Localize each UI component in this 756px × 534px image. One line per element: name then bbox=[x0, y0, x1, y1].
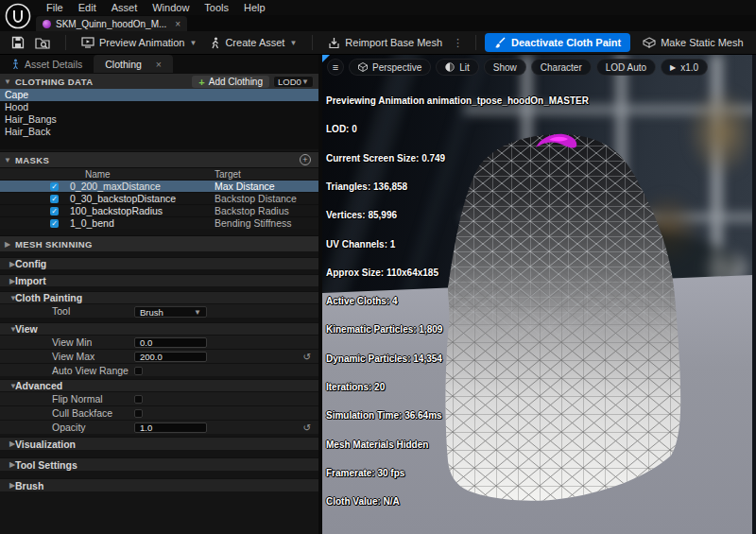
menu-file[interactable]: File bbox=[40, 1, 70, 14]
tab-clothing[interactable]: Clothing × bbox=[94, 55, 173, 73]
reset-to-default-icon[interactable]: ↺ bbox=[303, 421, 311, 435]
clothing-data-header[interactable]: ▼ CLOTHING DATA + Add Clothing LOD0 ▼ bbox=[0, 73, 318, 89]
plus-icon: + bbox=[198, 78, 204, 87]
menu-tools[interactable]: Tools bbox=[198, 1, 235, 14]
section-import[interactable]: ▶ Import bbox=[0, 274, 318, 286]
asset-details-icon bbox=[11, 59, 20, 69]
menu-window[interactable]: Window bbox=[146, 1, 196, 14]
asset-document-tab[interactable]: SKM_Quinn_hoodOn_M... × bbox=[36, 16, 187, 31]
view-max-input[interactable]: 200.0 bbox=[134, 352, 207, 362]
stat-line: Iterations: 20 bbox=[326, 383, 589, 392]
collapse-arrow-icon[interactable]: ▼ bbox=[0, 78, 15, 86]
mask-row[interactable]: ✓ 1_0_bend Bending Stiffness bbox=[0, 216, 318, 229]
section-visualization[interactable]: ▶ Visualization bbox=[0, 437, 318, 450]
create-asset-button[interactable]: Create Asset ▼ bbox=[203, 34, 303, 52]
section-view[interactable]: ▼ View bbox=[0, 322, 318, 335]
reimport-icon bbox=[328, 37, 340, 49]
stat-line: Mesh Materials Hidden bbox=[326, 440, 589, 450]
preview-animation-button[interactable]: Preview Animation ▼ bbox=[75, 34, 203, 51]
stat-line: Kinematic Particles: 1,809 bbox=[326, 325, 589, 335]
expand-arrow-icon[interactable]: ▶ bbox=[0, 240, 15, 249]
stat-line: UV Channels: 1 bbox=[326, 240, 589, 250]
list-item-cape[interactable]: Cape bbox=[0, 89, 318, 101]
panel-tab-close-icon[interactable]: × bbox=[156, 59, 162, 70]
menu-asset[interactable]: Asset bbox=[105, 1, 145, 14]
stat-line: Current Screen Size: 0.749 bbox=[326, 154, 589, 164]
tab-asset-details[interactable]: Asset Details bbox=[0, 55, 94, 73]
masks-header[interactable]: ▼ MASKS + bbox=[0, 151, 318, 167]
menu-help[interactable]: Help bbox=[237, 1, 272, 14]
panel-tab-bar: Asset Details Clothing × bbox=[0, 55, 318, 73]
mask-checkbox[interactable]: ✓ bbox=[50, 219, 59, 228]
viewport-stats: Previewing Animation animation_tpose_hoo… bbox=[326, 78, 589, 525]
viewport[interactable]: ≡ Perspective Lit Show Character LOD A bbox=[322, 55, 756, 534]
tool-row: Tool Brush ▼ bbox=[0, 303, 318, 318]
auto-view-range-row: Auto View Range bbox=[0, 363, 318, 376]
browse-to-asset-button[interactable] bbox=[32, 34, 53, 51]
stat-line: Triangles: 136,858 bbox=[326, 182, 589, 192]
expand-arrow-icon: ▶ bbox=[0, 260, 15, 268]
mask-row[interactable]: ✓ 0_30_backstopDistance Backstop Distanc… bbox=[0, 192, 318, 204]
stat-line: Cloth Value: N/A bbox=[326, 497, 589, 507]
list-item-hair-bangs[interactable]: Hair_Bangs bbox=[0, 113, 318, 126]
add-clothing-button[interactable]: + Add Clothing bbox=[192, 76, 269, 88]
make-static-mesh-button[interactable]: Make Static Mesh bbox=[636, 34, 749, 52]
stat-line: Active Cloths: 4 bbox=[326, 297, 589, 306]
mesh-skinning-header[interactable]: ▶ MESH SKINNING bbox=[0, 235, 318, 251]
mask-checkbox[interactable]: ✓ bbox=[50, 207, 59, 215]
lod-auto-button[interactable]: LOD Auto bbox=[596, 59, 656, 76]
section-advanced[interactable]: ▼ Advanced bbox=[0, 379, 318, 391]
mask-checkbox[interactable]: ✓ bbox=[50, 195, 59, 203]
list-item-hair-back[interactable]: Hair_Back bbox=[0, 126, 318, 138]
section-tool-settings[interactable]: ▶ Tool Settings bbox=[0, 457, 318, 471]
collapse-arrow-icon: ▼ bbox=[0, 325, 15, 334]
paint-brush-icon bbox=[494, 37, 506, 48]
mask-row[interactable]: ✓ 100_backstopRadius Backstop Radius bbox=[0, 204, 318, 216]
stat-line: LOD: 0 bbox=[326, 125, 589, 134]
expand-arrow-icon: ▶ bbox=[0, 481, 15, 490]
section-config[interactable]: ▶ Config bbox=[0, 257, 318, 269]
reimport-base-mesh-button[interactable]: Reimport Base Mesh bbox=[321, 34, 449, 52]
active-viewport-indicator bbox=[322, 55, 330, 62]
mask-checkbox[interactable]: ✓ bbox=[50, 182, 59, 191]
tool-dropdown[interactable]: Brush ▼ bbox=[134, 306, 207, 318]
tab-close-icon[interactable]: × bbox=[175, 19, 180, 29]
add-mask-icon[interactable]: + bbox=[300, 154, 311, 165]
expand-arrow-icon: ▶ bbox=[0, 277, 15, 285]
section-cloth-painting[interactable]: ▼ Cloth Painting bbox=[0, 291, 318, 303]
opacity-row: Opacity 1.0 ↺ bbox=[0, 420, 318, 434]
collapse-arrow-icon: ▼ bbox=[0, 382, 15, 390]
reset-to-default-icon[interactable]: ↺ bbox=[303, 350, 311, 364]
expand-arrow-icon: ▶ bbox=[0, 439, 15, 448]
clothing-panel: Asset Details Clothing × ▼ CLOTHING DATA… bbox=[0, 55, 322, 534]
menu-bar: File Edit Asset Window Tools Help bbox=[0, 0, 756, 15]
show-menu-button[interactable]: Show bbox=[484, 59, 526, 76]
list-item-hood[interactable]: Hood bbox=[0, 101, 318, 113]
opacity-input[interactable]: 1.0 bbox=[134, 422, 207, 433]
cull-backface-checkbox[interactable] bbox=[134, 409, 143, 418]
clothing-asset-list: Cape Hood Hair_Bangs Hair_Back bbox=[0, 89, 318, 149]
running-person-icon bbox=[210, 37, 220, 49]
menu-edit[interactable]: Edit bbox=[72, 1, 103, 14]
perspective-button[interactable]: Perspective bbox=[349, 59, 431, 76]
reimport-options-dots-icon[interactable]: ⋮ bbox=[449, 37, 467, 49]
lit-mode-button[interactable]: Lit bbox=[436, 59, 479, 76]
playback-speed-button[interactable]: ▶ x1.0 bbox=[661, 59, 708, 76]
mask-row[interactable]: ✓ 0_200_maxDistance Max Distance bbox=[0, 180, 318, 192]
flip-normal-checkbox[interactable] bbox=[134, 395, 143, 404]
auto-view-range-checkbox[interactable] bbox=[134, 367, 143, 375]
character-menu-button[interactable]: Character bbox=[531, 59, 592, 76]
deactivate-cloth-paint-button[interactable]: Deactivate Cloth Paint bbox=[485, 33, 630, 52]
cube-icon bbox=[358, 62, 368, 72]
view-min-input[interactable]: 0.0 bbox=[134, 337, 207, 348]
save-button[interactable] bbox=[8, 34, 28, 51]
section-brush[interactable]: ▶ Brush bbox=[0, 478, 318, 491]
chevron-down-icon: ▼ bbox=[194, 308, 201, 317]
collapse-arrow-icon[interactable]: ▼ bbox=[0, 156, 15, 164]
asset-tab-label: SKM_Quinn_hoodOn_M... bbox=[56, 19, 166, 29]
lod-dropdown[interactable]: LOD0 ▼ bbox=[273, 76, 314, 88]
collapse-arrow-icon: ▼ bbox=[0, 294, 15, 302]
stat-line: Simulation Time: 36.64ms bbox=[326, 411, 589, 421]
chevron-down-icon: ▼ bbox=[289, 39, 297, 47]
unreal-engine-logo bbox=[5, 3, 31, 29]
